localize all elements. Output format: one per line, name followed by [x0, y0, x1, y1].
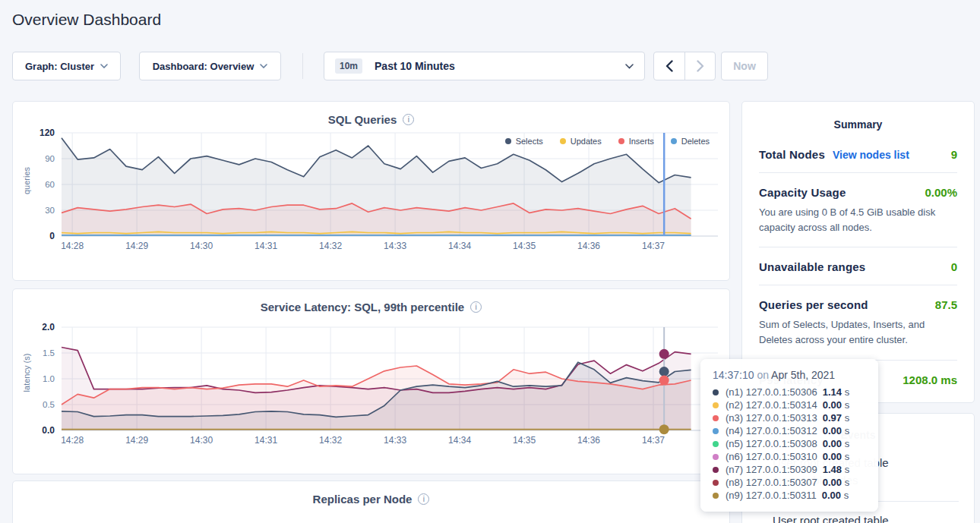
node-address: (n1) 127.0.0.1:50306	[726, 386, 817, 398]
legend-item[interactable]: Deletes	[671, 137, 710, 146]
svg-text:14:32: 14:32	[319, 241, 342, 251]
chevron-left-icon	[665, 60, 673, 72]
svg-text:14:33: 14:33	[384, 241, 406, 251]
tooltip-node-row: (n7) 127.0.0.1:503091.48 s	[713, 464, 866, 475]
summary-panel: Summary Total Nodes View nodes list 9 Ca…	[741, 101, 975, 403]
node-address: (n3) 127.0.0.1:50313	[726, 412, 817, 424]
node-latency-value: 0.00 s	[822, 490, 849, 501]
time-window-dropdown[interactable]: 10m Past 10 Minutes	[324, 52, 645, 80]
node-latency-unit: s	[844, 490, 849, 501]
info-icon[interactable]: i	[403, 114, 414, 125]
node-address: (n2) 127.0.0.1:50314	[726, 399, 817, 411]
legend-label: Inserts	[629, 137, 654, 146]
unavailable-ranges-value: 0	[951, 260, 957, 273]
svg-text:14:28: 14:28	[61, 241, 84, 251]
svg-text:0.5: 0.5	[43, 400, 55, 409]
node-address: (n9) 127.0.0.1:50311	[726, 490, 817, 501]
node-address: (n7) 127.0.0.1:50309	[726, 464, 817, 475]
svg-text:14:36: 14:36	[577, 435, 600, 446]
node-latency-unit: s	[845, 412, 850, 424]
tooltip-node-row: (n6) 127.0.0.1:503100.00 s	[713, 451, 866, 462]
service-latency-chart[interactable]: 14:2814:2914:3014:3114:3214:3314:3414:35…	[13, 323, 728, 452]
service-latency-chart-panel: Service Latency: SQL, 99th percentile i …	[12, 288, 730, 474]
node-latency-value: 0.00 s	[823, 399, 849, 411]
svg-text:14:34: 14:34	[448, 241, 471, 251]
replicas-per-node-chart-panel: Replicas per Node i	[12, 480, 730, 523]
svg-text:14:29: 14:29	[125, 241, 148, 251]
node-latency-value: 0.00 s	[823, 451, 849, 462]
chevron-down-icon	[625, 64, 634, 69]
svg-text:0: 0	[49, 231, 55, 241]
node-series-dot-icon	[713, 389, 719, 395]
info-icon[interactable]: i	[470, 301, 482, 313]
queries-per-second-description: Sum of Selects, Updates, Inserts, and De…	[759, 317, 957, 348]
legend-dot-icon	[671, 138, 677, 144]
node-latency-value: 0.00 s	[823, 438, 849, 449]
svg-text:14:34: 14:34	[448, 435, 471, 446]
svg-text:14:37: 14:37	[642, 241, 665, 251]
svg-text:1.0: 1.0	[43, 374, 55, 383]
chart-title-row: Replicas per Node i	[13, 481, 729, 506]
legend-item[interactable]: Selects	[505, 137, 543, 146]
queries-per-second-value: 87.5	[935, 298, 957, 311]
sql-queries-legend: SelectsUpdatesInsertsDeletes	[505, 137, 710, 146]
tooltip-node-row: (n8) 127.0.0.1:503070.00 s	[713, 477, 866, 488]
page-title: Overview Dashboard	[12, 11, 161, 29]
chart-title-row: Service Latency: SQL, 99th percentile i	[13, 289, 729, 313]
sql-queries-chart[interactable]: 14:2814:2914:3014:3114:3214:3314:3414:35…	[13, 128, 728, 257]
info-icon[interactable]: i	[418, 493, 429, 505]
node-address: (n4) 127.0.0.1:50312	[726, 425, 817, 436]
summary-row-queries-per-second: Queries per second 87.5 Sum of Selects, …	[759, 285, 957, 359]
time-step-buttons	[653, 52, 716, 80]
node-series-dot-icon	[713, 493, 719, 499]
node-latency-unit: s	[845, 451, 850, 462]
now-button[interactable]: Now	[721, 52, 768, 80]
node-latency-unit: s	[845, 464, 850, 475]
node-series-dot-icon	[713, 480, 719, 486]
svg-text:14:29: 14:29	[125, 435, 148, 446]
chart-hover-tooltip: 14:37:10 on Apr 5th, 2021 (n1) 127.0.0.1…	[700, 359, 878, 512]
time-window-label: Past 10 Minutes	[375, 60, 455, 72]
node-address: (n8) 127.0.0.1:50307	[726, 477, 817, 488]
graph-scope-dropdown[interactable]: Graph: Cluster	[12, 52, 121, 80]
dashboard-dropdown-label: Dashboard: Overview	[153, 61, 254, 72]
y-axis-label: queries	[22, 150, 31, 211]
svg-text:14:28: 14:28	[61, 435, 84, 446]
node-series-dot-icon	[713, 402, 719, 408]
svg-text:1.5: 1.5	[43, 348, 55, 358]
replicas-per-node-chart-title: Replicas per Node	[313, 493, 413, 506]
capacity-usage-label: Capacity Usage	[759, 186, 846, 199]
total-nodes-label: Total Nodes	[759, 148, 825, 161]
svg-text:14:31: 14:31	[254, 241, 277, 251]
queries-per-second-label: Queries per second	[759, 298, 868, 311]
chevron-down-icon	[260, 64, 267, 68]
capacity-usage-value: 0.00%	[925, 186, 957, 199]
legend-item[interactable]: Updates	[560, 137, 602, 146]
time-step-forward-button[interactable]	[684, 52, 715, 80]
svg-text:90: 90	[45, 154, 55, 163]
svg-text:14:31: 14:31	[254, 435, 277, 446]
y-axis-label: latency (s)	[22, 342, 31, 403]
node-latency-value: 0.00 s	[823, 477, 849, 488]
dashboard-dropdown[interactable]: Dashboard: Overview	[139, 52, 281, 80]
tooltip-time: 14:37:10	[713, 369, 754, 381]
node-latency-unit: s	[845, 425, 850, 436]
time-step-back-button[interactable]	[654, 52, 684, 80]
tooltip-node-row: (n9) 127.0.0.1:503110.00 s	[713, 490, 866, 501]
summary-row-total-nodes: Total Nodes View nodes list 9	[759, 135, 957, 172]
svg-text:14:37: 14:37	[642, 435, 665, 446]
view-nodes-list-link[interactable]: View nodes list	[833, 149, 909, 161]
legend-dot-icon	[505, 138, 511, 144]
chart-title-row: SQL Queries i	[13, 102, 729, 126]
tooltip-node-row: (n2) 127.0.0.1:503140.00 s	[713, 399, 866, 411]
node-latency-unit: s	[845, 399, 850, 411]
svg-text:60: 60	[45, 180, 55, 189]
node-latency-unit: s	[845, 386, 850, 398]
capacity-usage-description: You are using 0 B of 4.5 GiB usable disk…	[759, 205, 957, 235]
sql-queries-chart-title: SQL Queries	[328, 113, 397, 126]
node-latency-unit: s	[845, 477, 850, 488]
unavailable-ranges-label: Unavailable ranges	[759, 260, 865, 273]
legend-item[interactable]: Inserts	[618, 137, 654, 146]
svg-text:14:36: 14:36	[577, 241, 600, 251]
node-latency-value: 1.48 s	[823, 464, 849, 475]
